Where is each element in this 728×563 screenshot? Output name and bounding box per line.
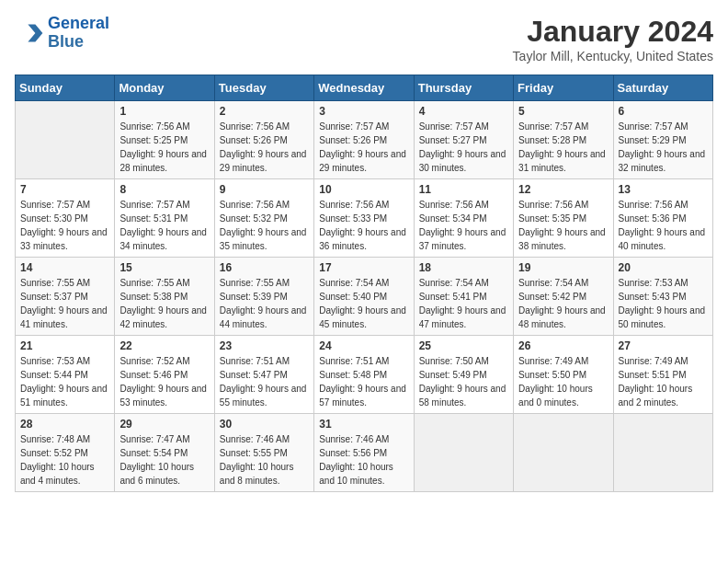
day-info: Sunrise: 7:51 AMSunset: 5:47 PMDaylight:…	[220, 354, 309, 409]
day-info: Sunrise: 7:57 AMSunset: 5:31 PMDaylight:…	[119, 198, 209, 253]
day-number: 27	[619, 339, 708, 352]
week-row-2: 7Sunrise: 7:57 AMSunset: 5:30 PMDaylight…	[16, 179, 713, 258]
day-info: Sunrise: 7:46 AMSunset: 5:55 PMDaylight:…	[220, 432, 309, 488]
day-number: 6	[619, 105, 708, 118]
day-number: 25	[419, 339, 508, 352]
day-number: 28	[20, 418, 109, 431]
day-number: 3	[319, 105, 408, 118]
day-number: 12	[518, 183, 608, 196]
day-info: Sunrise: 7:56 AMSunset: 5:32 PMDaylight:…	[220, 198, 309, 253]
day-number: 30	[220, 418, 309, 431]
day-number: 11	[419, 183, 508, 196]
calendar-cell: 13Sunrise: 7:56 AMSunset: 5:36 PMDayligh…	[613, 179, 712, 258]
calendar-cell: 25Sunrise: 7:50 AMSunset: 5:49 PMDayligh…	[414, 336, 513, 414]
day-header-wednesday: Wednesday	[314, 75, 414, 101]
calendar-cell: 4Sunrise: 7:57 AMSunset: 5:27 PMDaylight…	[414, 101, 513, 179]
day-info: Sunrise: 7:56 AMSunset: 5:35 PMDaylight:…	[518, 198, 608, 253]
day-number: 22	[119, 339, 209, 352]
day-number: 31	[319, 418, 408, 431]
calendar-cell: 23Sunrise: 7:51 AMSunset: 5:47 PMDayligh…	[214, 336, 313, 414]
day-info: Sunrise: 7:55 AMSunset: 5:38 PMDaylight:…	[119, 276, 209, 331]
day-number: 13	[619, 183, 708, 196]
day-info: Sunrise: 7:52 AMSunset: 5:46 PMDaylight:…	[119, 354, 209, 409]
calendar-cell: 19Sunrise: 7:54 AMSunset: 5:42 PMDayligh…	[514, 258, 613, 336]
calendar-cell: 24Sunrise: 7:51 AMSunset: 5:48 PMDayligh…	[314, 336, 414, 414]
calendar-cell: 31Sunrise: 7:46 AMSunset: 5:56 PMDayligh…	[314, 414, 414, 492]
calendar-cell: 21Sunrise: 7:53 AMSunset: 5:44 PMDayligh…	[16, 336, 115, 414]
day-info: Sunrise: 7:56 AMSunset: 5:25 PMDaylight:…	[119, 120, 209, 175]
day-info: Sunrise: 7:57 AMSunset: 5:26 PMDaylight:…	[319, 120, 408, 175]
day-info: Sunrise: 7:47 AMSunset: 5:54 PMDaylight:…	[119, 432, 209, 488]
calendar-cell: 27Sunrise: 7:49 AMSunset: 5:51 PMDayligh…	[613, 336, 712, 414]
location-title: Taylor Mill, Kentucky, United States	[513, 49, 713, 63]
day-info: Sunrise: 7:46 AMSunset: 5:56 PMDaylight:…	[319, 432, 408, 488]
week-row-3: 14Sunrise: 7:55 AMSunset: 5:37 PMDayligh…	[16, 258, 713, 336]
day-header-saturday: Saturday	[613, 75, 712, 101]
day-number: 29	[119, 418, 209, 431]
calendar-cell: 9Sunrise: 7:56 AMSunset: 5:32 PMDaylight…	[214, 179, 313, 258]
day-number: 9	[220, 183, 309, 196]
calendar-cell	[16, 101, 115, 179]
week-row-4: 21Sunrise: 7:53 AMSunset: 5:44 PMDayligh…	[16, 336, 713, 414]
day-info: Sunrise: 7:54 AMSunset: 5:41 PMDaylight:…	[419, 276, 508, 331]
day-info: Sunrise: 7:57 AMSunset: 5:29 PMDaylight:…	[619, 120, 708, 175]
calendar-cell: 6Sunrise: 7:57 AMSunset: 5:29 PMDaylight…	[613, 101, 712, 179]
logo-icon	[15, 18, 44, 48]
calendar-cell: 28Sunrise: 7:48 AMSunset: 5:52 PMDayligh…	[16, 414, 115, 492]
day-info: Sunrise: 7:55 AMSunset: 5:39 PMDaylight:…	[220, 276, 309, 331]
day-number: 5	[518, 105, 608, 118]
day-number: 14	[20, 261, 109, 274]
day-number: 8	[119, 183, 209, 196]
calendar-cell: 2Sunrise: 7:56 AMSunset: 5:26 PMDaylight…	[214, 101, 313, 179]
calendar-cell: 5Sunrise: 7:57 AMSunset: 5:28 PMDaylight…	[514, 101, 613, 179]
day-info: Sunrise: 7:56 AMSunset: 5:34 PMDaylight:…	[419, 198, 508, 253]
day-number: 7	[20, 183, 109, 196]
day-header-thursday: Thursday	[414, 75, 513, 101]
day-number: 1	[119, 105, 209, 118]
day-number: 10	[319, 183, 408, 196]
day-info: Sunrise: 7:53 AMSunset: 5:44 PMDaylight:…	[20, 354, 109, 409]
day-number: 18	[419, 261, 508, 274]
day-number: 4	[419, 105, 508, 118]
logo-text: General Blue	[48, 15, 109, 52]
calendar-cell: 15Sunrise: 7:55 AMSunset: 5:38 PMDayligh…	[115, 258, 214, 336]
day-number: 24	[319, 339, 408, 352]
day-number: 20	[619, 261, 708, 274]
day-number: 16	[220, 261, 309, 274]
calendar-cell: 11Sunrise: 7:56 AMSunset: 5:34 PMDayligh…	[414, 179, 513, 258]
calendar-cell: 3Sunrise: 7:57 AMSunset: 5:26 PMDaylight…	[314, 101, 414, 179]
day-info: Sunrise: 7:56 AMSunset: 5:36 PMDaylight:…	[619, 198, 708, 253]
day-header-friday: Friday	[514, 75, 613, 101]
day-info: Sunrise: 7:54 AMSunset: 5:42 PMDaylight:…	[518, 276, 608, 331]
day-number: 17	[319, 261, 408, 274]
day-info: Sunrise: 7:56 AMSunset: 5:26 PMDaylight:…	[220, 120, 309, 175]
day-header-tuesday: Tuesday	[214, 75, 313, 101]
page-header: General Blue January 2024 Taylor Mill, K…	[15, 15, 713, 63]
calendar-cell	[613, 414, 712, 492]
calendar-cell: 26Sunrise: 7:49 AMSunset: 5:50 PMDayligh…	[514, 336, 613, 414]
day-number: 15	[119, 261, 209, 274]
day-info: Sunrise: 7:49 AMSunset: 5:50 PMDaylight:…	[518, 354, 608, 409]
calendar-header-row: SundayMondayTuesdayWednesdayThursdayFrid…	[16, 75, 713, 101]
day-number: 2	[220, 105, 309, 118]
calendar-table: SundayMondayTuesdayWednesdayThursdayFrid…	[15, 75, 713, 492]
day-number: 21	[20, 339, 109, 352]
day-info: Sunrise: 7:51 AMSunset: 5:48 PMDaylight:…	[319, 354, 408, 409]
calendar-cell	[514, 414, 613, 492]
calendar-cell: 22Sunrise: 7:52 AMSunset: 5:46 PMDayligh…	[115, 336, 214, 414]
calendar-cell	[414, 414, 513, 492]
calendar-cell: 10Sunrise: 7:56 AMSunset: 5:33 PMDayligh…	[314, 179, 414, 258]
calendar-cell: 18Sunrise: 7:54 AMSunset: 5:41 PMDayligh…	[414, 258, 513, 336]
day-info: Sunrise: 7:49 AMSunset: 5:51 PMDaylight:…	[619, 354, 708, 409]
day-info: Sunrise: 7:57 AMSunset: 5:30 PMDaylight:…	[20, 198, 109, 253]
week-row-1: 1Sunrise: 7:56 AMSunset: 5:25 PMDaylight…	[16, 101, 713, 179]
logo: General Blue	[15, 15, 109, 52]
day-header-monday: Monday	[115, 75, 214, 101]
month-title: January 2024	[513, 15, 713, 49]
title-block: January 2024 Taylor Mill, Kentucky, Unit…	[513, 15, 713, 63]
calendar-cell: 17Sunrise: 7:54 AMSunset: 5:40 PMDayligh…	[314, 258, 414, 336]
day-number: 26	[518, 339, 608, 352]
day-number: 23	[220, 339, 309, 352]
day-info: Sunrise: 7:55 AMSunset: 5:37 PMDaylight:…	[20, 276, 109, 331]
day-info: Sunrise: 7:53 AMSunset: 5:43 PMDaylight:…	[619, 276, 708, 331]
